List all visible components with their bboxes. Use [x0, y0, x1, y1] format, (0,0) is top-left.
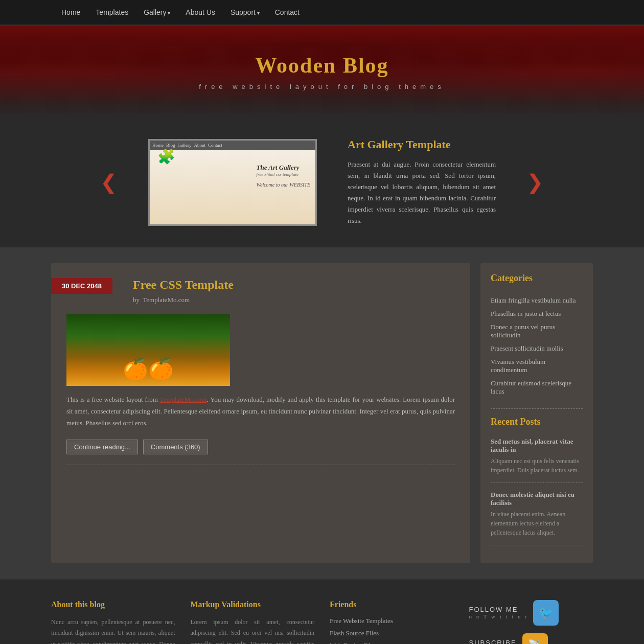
footer-friends: Friends Free Website Templates Flash Sou…: [330, 600, 454, 644]
post-image: [66, 314, 230, 386]
content-area: 30 DEC 2048 Free CSS Template by Templat…: [51, 263, 470, 563]
slider-description: Praesent at dui augue. Proin consectetur…: [348, 159, 496, 227]
blog-post: 30 DEC 2048 Free CSS Template by Templat…: [51, 263, 470, 486]
slider-section: ❮ HomeBlogGalleryAboutContact 🧩 The Art …: [0, 118, 644, 247]
category-list: Etiam fringilla vestibulum nulla Phasell…: [491, 294, 583, 398]
footer-markup-text: Lorem ipsum dolor sit amet, consectetur …: [191, 617, 315, 644]
continue-reading-button[interactable]: Continue reading...: [66, 440, 138, 454]
recent-posts-title: Recent Posts: [491, 417, 583, 430]
recent-post-1-excerpt: Aliquam nec est quis felis venenatis imp…: [491, 456, 583, 475]
category-item[interactable]: Vivamus vestibulum condimentum: [491, 355, 583, 377]
rss-icon[interactable]: 📡: [522, 633, 548, 644]
slider-art-title: The Art Gallery free xhtml css template …: [257, 151, 310, 188]
post-body: This is a free website layout from Templ…: [66, 394, 455, 429]
nav-home[interactable]: Home: [61, 8, 80, 16]
nav-gallery[interactable]: Gallery: [144, 8, 170, 16]
footer-markup-title: Markup Validations: [191, 600, 315, 609]
rss-subscribe: SUBSCRIBE R S S f e e d 📡: [469, 633, 593, 644]
sidebar-divider-2: [491, 482, 583, 483]
post-author: by TemplateMo.com: [133, 296, 455, 304]
post-divider: [66, 465, 455, 465]
footer-markup: Markup Validations Lorem ipsum dolor sit…: [191, 600, 315, 644]
site-subtitle: free website layout for blog themes: [199, 83, 445, 90]
recent-post-1-title[interactable]: Sed metus nisl, placerat vitae iaculis i…: [491, 438, 583, 454]
navigation: Home Templates Gallery About Us Support …: [0, 0, 644, 26]
footer: About this blog Nunc arcu sapien, pellen…: [0, 579, 644, 644]
footer-about-text: Nunc arcu sapien, pellentesque at posuer…: [51, 617, 175, 644]
nav-templates[interactable]: Templates: [96, 8, 128, 16]
recent-post-1: Sed metus nisl, placerat vitae iaculis i…: [491, 438, 583, 475]
nav-support[interactable]: Support: [231, 8, 260, 16]
slider-puzzle-icon: 🧩: [157, 148, 175, 165]
slider-prev-button[interactable]: ❮: [100, 170, 118, 194]
twitter-follow: FOLLOW ME o n T w i t t e r 🐦: [469, 600, 593, 626]
category-item[interactable]: Phasellus in justo at lectus: [491, 307, 583, 320]
main-wrapper: 30 DEC 2048 Free CSS Template by Templat…: [0, 247, 644, 579]
footer-about-title: About this blog: [51, 600, 175, 609]
follow-sub: o n T w i t t e r: [469, 613, 528, 619]
slider-text: Art Gallery Template Praesent at dui aug…: [348, 138, 496, 227]
friends-list: Free Website Templates Flash Source File…: [330, 617, 454, 644]
friends-link-1[interactable]: Free Website Templates: [330, 617, 393, 625]
sidebar: Categories Etiam fringilla vestibulum nu…: [480, 263, 593, 563]
recent-post-2: Donec molestie aliquet nisi eu facilisis…: [491, 491, 583, 537]
post-title: Free CSS Template: [133, 278, 455, 292]
category-item[interactable]: Curabitur euismod scelerisque lacus: [491, 377, 583, 398]
subscribe-title: SUBSCRIBE: [469, 639, 517, 644]
footer-about: About this blog Nunc arcu sapien, pellen…: [51, 600, 175, 644]
post-actions: Continue reading... Comments (360): [66, 440, 455, 454]
slider-next-button[interactable]: ❯: [526, 170, 544, 194]
footer-friends-title: Friends: [330, 600, 454, 609]
friends-link-3[interactable]: Web Design Blog: [330, 641, 377, 644]
twitter-icon[interactable]: 🐦: [533, 600, 559, 626]
slider-title: Art Gallery Template: [348, 138, 496, 151]
sidebar-divider-3: [491, 545, 583, 545]
slider-image: HomeBlogGalleryAboutContact 🧩 The Art Ga…: [148, 139, 317, 226]
recent-post-2-title[interactable]: Donec molestie aliquet nisi eu facilisis: [491, 491, 583, 507]
post-body-link[interactable]: TemplateMo.com: [160, 396, 207, 403]
category-item[interactable]: Praesent sollicitudin mollis: [491, 342, 583, 355]
category-item[interactable]: Donec a purus vel purus sollicitudin: [491, 320, 583, 342]
footer-social: FOLLOW ME o n T w i t t e r 🐦 SUBSCRIBE …: [469, 600, 593, 644]
recent-post-2-excerpt: In vitae placerat enim. Aenean elementum…: [491, 510, 583, 537]
comments-button[interactable]: Comments (360): [143, 440, 208, 454]
post-author-link[interactable]: TemplateMo.com: [143, 296, 190, 304]
site-header: Wooden Blog free website layout for blog…: [0, 26, 644, 118]
site-title: Wooden Blog: [255, 53, 388, 78]
follow-title: FOLLOW ME: [469, 606, 528, 613]
nav-contact[interactable]: Contact: [275, 8, 300, 16]
nav-about[interactable]: About Us: [186, 8, 215, 16]
sidebar-divider: [491, 408, 583, 409]
post-date-badge: 30 DEC 2048: [51, 278, 112, 294]
category-item[interactable]: Etiam fringilla vestibulum nulla: [491, 294, 583, 307]
categories-title: Categories: [491, 273, 583, 286]
friends-link-2[interactable]: Flash Source Files: [330, 629, 379, 637]
